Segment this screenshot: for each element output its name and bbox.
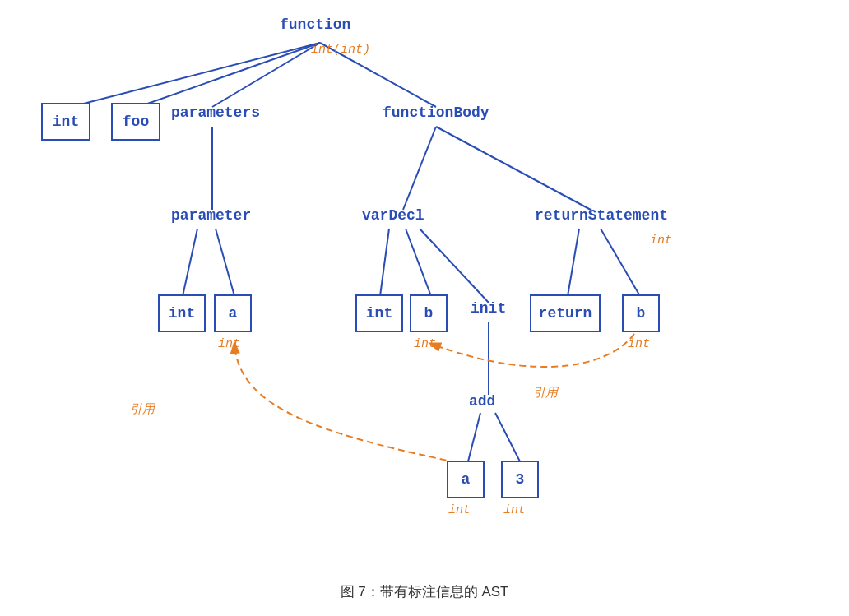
svg-line-13 [601,229,640,296]
int-box-vardecl: int [355,294,403,332]
svg-line-12 [568,229,579,296]
svg-line-10 [406,229,431,296]
function-type-label: int(int) [311,43,370,57]
a-box-param: a [214,294,252,332]
caption: 图 7：带有标注信息的 AST [0,582,849,601]
int-box-param: int [158,294,206,332]
three-box-type-label: int [503,503,526,517]
b-box-type-label: int [414,337,436,351]
add-node: add [469,393,495,410]
svg-line-0 [71,43,320,107]
parameter-node: parameter [171,207,251,224]
function-body-node: functionBody [383,104,489,121]
svg-line-15 [467,413,480,465]
parameters-node: parameters [171,104,260,121]
return-box: return [530,294,601,332]
return-statement-type: int [650,234,672,248]
three-box: 3 [501,461,539,498]
var-decl-node: varDecl [362,207,424,224]
b-box-return: b [622,294,660,332]
svg-line-6 [436,127,591,210]
a-box-add: a [447,461,485,498]
svg-line-9 [380,229,389,296]
svg-line-5 [403,127,436,210]
ref-label-1: 引用 [130,401,155,417]
foo-box: foo [111,103,160,141]
svg-line-1 [138,43,320,107]
svg-line-7 [183,229,197,296]
int-box-return: int [41,103,90,141]
a-box3-type-label: int [448,503,471,517]
function-node: function [280,16,350,33]
svg-line-16 [495,413,522,465]
ref-label-2: 引用 [533,385,558,401]
init-node: init [471,300,506,317]
return-statement-node: returnStatement [535,207,668,224]
svg-line-8 [216,229,234,296]
svg-line-11 [420,229,489,303]
a-box-type-label: int [218,337,240,351]
b-box2-type-label: int [628,337,650,351]
b-box-vardecl: b [410,294,448,332]
svg-line-2 [212,43,320,107]
